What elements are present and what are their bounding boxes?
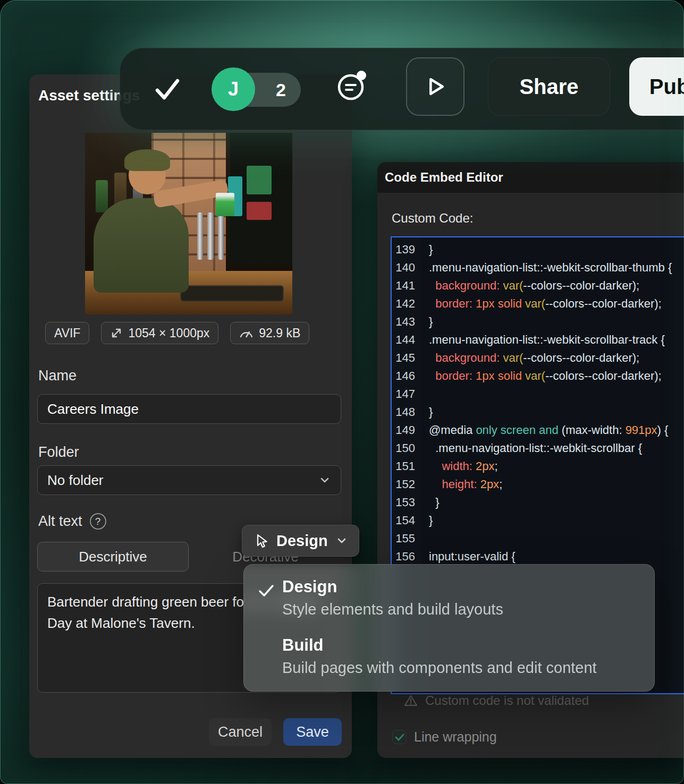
photo-beer-tap	[207, 212, 214, 260]
app-screenshot: Asset settings AVIF	[0, 0, 684, 784]
code-line[interactable]: 152 height: 2px;	[392, 475, 684, 493]
photo-drip-tray	[180, 285, 284, 302]
menu-item-build[interactable]: Build Build pages with components and ed…	[244, 624, 654, 684]
preview-button[interactable]	[406, 57, 465, 116]
name-label: Name	[38, 368, 77, 384]
comments-button[interactable]	[335, 69, 370, 104]
resize-icon	[110, 327, 123, 339]
code-line[interactable]: 146 border: 1px solid var(--colors--colo…	[392, 367, 684, 385]
photo-beer-tap	[218, 212, 224, 260]
code-text: @media only screen and (max-width: 991px…	[421, 423, 668, 437]
photo-board-card	[247, 166, 272, 195]
code-text: background: var(--colors--color-darker);	[421, 351, 639, 365]
warning-icon	[404, 694, 418, 707]
asset-preview-image	[85, 133, 292, 314]
line-number: 152	[392, 478, 421, 491]
code-line[interactable]: 139}	[392, 241, 684, 259]
cancel-button[interactable]: Cancel	[209, 718, 272, 746]
mode-switcher-dropdown: Design Style elements and build layouts …	[243, 564, 655, 692]
code-line[interactable]: 142 border: 1px solid var(--colors--colo…	[392, 295, 684, 313]
code-text: }	[421, 496, 440, 509]
code-text: height: 2px;	[421, 478, 502, 491]
cursor-icon	[253, 533, 269, 549]
line-number: 142	[392, 297, 421, 311]
mode-switcher-button[interactable]: Design	[242, 525, 359, 557]
tab-descriptive[interactable]: Descriptive	[37, 542, 189, 572]
photo-green-beer-glass	[216, 193, 234, 216]
code-line[interactable]: 145 background: var(--colors--color-dark…	[392, 349, 684, 367]
code-line[interactable]: 149@media only screen and (max-width: 99…	[392, 421, 684, 439]
code-text: }	[421, 315, 433, 329]
code-line[interactable]: 151 width: 2px;	[392, 457, 684, 475]
code-line[interactable]: 144.menu-navigation-list::-webkit-scroll…	[392, 331, 684, 349]
code-text: }	[421, 405, 433, 419]
line-wrapping-row: Line wrapping	[392, 729, 497, 745]
line-number: 156	[392, 550, 421, 564]
line-wrapping-label: Line wrapping	[414, 729, 497, 745]
dimensions-badge: 1054 × 1000px	[101, 322, 218, 344]
code-editor-header: Code Embed Editor	[377, 162, 684, 193]
code-line[interactable]: 154}	[392, 512, 684, 530]
folder-select-value: No folder	[47, 472, 104, 489]
folder-label: Folder	[38, 444, 79, 461]
photo-board-card	[247, 202, 272, 220]
filesize-badge: 92.9 kB	[230, 322, 309, 344]
code-line[interactable]: 141 background: var(--colors--color-dark…	[392, 277, 684, 295]
save-button[interactable]: Save	[283, 718, 342, 746]
top-toolbar: 2 J Share Publish	[120, 48, 684, 130]
code-text: border: 1px solid var(--colors--color-da…	[421, 297, 662, 311]
saved-check-icon	[152, 74, 183, 105]
line-number: 140	[392, 261, 421, 275]
code-line[interactable]: 147	[392, 385, 684, 403]
code-text: }	[421, 514, 433, 527]
code-text: border: 1px solid var(--colors--color-da…	[421, 369, 662, 383]
folder-select[interactable]: No folder	[37, 465, 341, 495]
alt-text-row: Alt text ?	[38, 513, 106, 530]
avatar[interactable]: J	[212, 67, 255, 111]
line-number: 154	[392, 514, 421, 527]
code-line[interactable]: 150 .menu-navigation-list::-webkit-scrol…	[392, 439, 684, 457]
gauge-icon	[239, 327, 254, 339]
menu-item-design-description: Style elements and build layouts	[282, 601, 503, 618]
code-line[interactable]: 156input:user-valid {	[392, 548, 684, 566]
line-number: 145	[392, 351, 421, 365]
menu-item-build-label: Build	[282, 636, 324, 655]
share-button[interactable]: Share	[488, 57, 610, 116]
line-number: 141	[392, 279, 421, 293]
menu-item-design-label: Design	[282, 577, 337, 596]
line-number: 139	[392, 243, 421, 257]
line-number: 151	[392, 459, 421, 473]
line-wrapping-checkbox[interactable]	[392, 730, 407, 744]
help-icon[interactable]: ?	[90, 513, 106, 530]
code-line[interactable]: 140.menu-navigation-list::-webkit-scroll…	[392, 259, 684, 277]
code-line[interactable]: 148}	[392, 403, 684, 421]
code-text: }	[421, 243, 433, 257]
menu-item-design[interactable]: Design Style elements and build layouts	[244, 565, 654, 624]
line-number: 143	[392, 315, 421, 329]
asset-meta-badges: AVIF 1054 × 1000px 92.9 kB	[45, 322, 309, 344]
code-line[interactable]: 155	[392, 530, 684, 548]
name-input[interactable]	[37, 394, 341, 424]
check-icon	[395, 733, 404, 742]
line-number: 149	[392, 423, 421, 437]
code-editor-title: Code Embed Editor	[385, 170, 503, 185]
photo-bottle	[96, 180, 108, 213]
publish-button[interactable]: Publish	[629, 57, 684, 116]
code-text: width: 2px;	[421, 459, 498, 473]
code-text: .menu-navigation-list::-webkit-scrollbar…	[421, 261, 672, 275]
line-number: 150	[392, 441, 421, 455]
code-line[interactable]: 143}	[392, 313, 684, 331]
alt-text-label: Alt text	[38, 513, 82, 530]
format-badge: AVIF	[45, 322, 89, 344]
comment-icon	[335, 69, 370, 104]
play-icon	[420, 72, 450, 101]
photo-bartender-cap	[124, 149, 170, 171]
menu-item-build-description: Build pages with components and edit con…	[282, 659, 597, 677]
chevron-down-icon	[335, 534, 348, 547]
code-line[interactable]: 153 }	[392, 493, 684, 512]
custom-code-label: Custom Code:	[392, 211, 473, 226]
collaborator-count: 2	[276, 80, 286, 100]
line-number: 155	[392, 532, 421, 546]
code-lines: 139}140.menu-navigation-list::-webkit-sc…	[392, 241, 684, 566]
mode-switcher-label: Design	[276, 532, 328, 550]
